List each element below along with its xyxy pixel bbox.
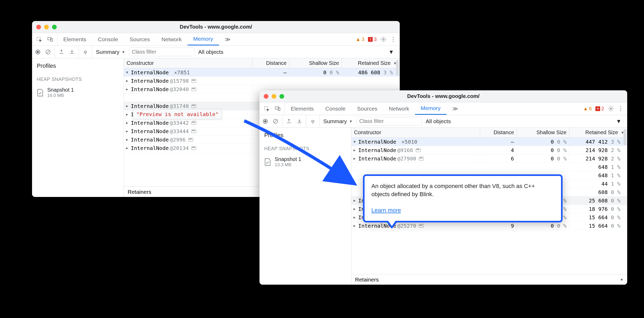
retainers-section[interactable]: Retainers▼ <box>351 274 627 285</box>
col-distance[interactable]: Distance <box>253 58 289 68</box>
import-icon[interactable] <box>69 49 75 55</box>
learn-more-link[interactable]: Learn more <box>371 207 401 213</box>
open-in-panel-icon[interactable] <box>416 148 420 152</box>
open-in-panel-icon[interactable] <box>191 79 196 83</box>
tab-elements[interactable]: Elements <box>58 33 92 45</box>
minimize-icon[interactable] <box>272 94 276 99</box>
status-icons: ▲ 3 ! 3 ⋮ <box>356 36 400 43</box>
grid-header: Constructor Distance Shallow Size Retain… <box>351 128 627 138</box>
open-in-panel-icon[interactable] <box>188 138 193 142</box>
col-shallow[interactable]: Shallow Size <box>289 58 342 68</box>
tab-console[interactable]: Console <box>320 102 351 115</box>
col-shallow[interactable]: Shallow Size <box>517 128 569 137</box>
kebab-icon[interactable]: ⋮ <box>390 36 396 43</box>
open-in-panel-icon[interactable] <box>419 157 424 160</box>
warning-count[interactable]: ▲ 6 <box>583 106 592 112</box>
gc-icon[interactable] <box>82 49 88 55</box>
col-retained[interactable]: Retained Size▼ <box>569 128 627 137</box>
svg-point-10 <box>610 108 612 110</box>
device-icon[interactable] <box>275 106 281 112</box>
more-tabs-icon[interactable]: ≫ <box>219 33 236 45</box>
titlebar[interactable]: DevTools - www.google.com/ <box>259 90 627 102</box>
col-retained[interactable]: Retained Size▼ <box>342 58 400 68</box>
snapshots-heading: HEAP SNAPSHOTS <box>259 141 351 154</box>
snapshot-size: 13.3 MB <box>275 162 301 168</box>
svg-point-5 <box>37 51 39 53</box>
inspect-icon[interactable] <box>36 37 42 42</box>
open-in-panel-icon[interactable] <box>191 87 196 91</box>
traffic-lights <box>36 25 57 29</box>
scrollbar[interactable] <box>623 129 627 283</box>
profiles-sidebar: Profiles HEAP SNAPSHOTS Snapshot 1 16.0 … <box>32 58 124 197</box>
record-icon[interactable] <box>263 119 268 124</box>
error-count[interactable]: × 2 <box>595 106 604 112</box>
snapshot-item[interactable]: Snapshot 1 16.0 MB <box>32 85 124 100</box>
clear-icon[interactable] <box>273 118 278 124</box>
export-icon[interactable] <box>286 118 292 124</box>
snapshot-name: Snapshot 1 <box>47 87 74 93</box>
col-constructor[interactable]: Constructor <box>124 58 253 68</box>
clear-icon[interactable] <box>45 49 51 55</box>
table-row[interactable]: 6481 % <box>351 163 627 171</box>
open-in-panel-icon[interactable] <box>419 224 424 228</box>
maximize-icon[interactable] <box>279 94 284 99</box>
tab-memory[interactable]: Memory <box>415 102 446 115</box>
class-filter-input[interactable] <box>129 48 195 56</box>
snapshots-heading: HEAP SNAPSHOTS <box>32 72 124 85</box>
svg-point-12 <box>264 120 266 122</box>
popover-text: An object allocated by a component other… <box>371 182 554 199</box>
tab-network[interactable]: Network <box>156 33 188 45</box>
export-icon[interactable] <box>59 49 64 55</box>
panel-tabs: Elements Console Sources Network Memory … <box>58 33 356 45</box>
snapshot-size: 16.0 MB <box>47 93 74 98</box>
import-icon[interactable] <box>297 118 302 124</box>
profiles-sidebar: Profiles HEAP SNAPSHOTS Snapshot 1 13.3 … <box>259 128 351 285</box>
gear-icon[interactable] <box>608 106 614 112</box>
table-row-parent[interactable]: ▼ InternalNode ×7851 – 00 % 486 6083 % <box>124 68 400 77</box>
object-scope-select[interactable]: All objects▼ <box>426 118 624 124</box>
open-in-panel-icon[interactable] <box>191 121 196 125</box>
class-filter-input[interactable] <box>356 117 422 126</box>
tab-network[interactable]: Network <box>383 102 415 115</box>
profiles-title: Profiles <box>259 128 351 141</box>
snapshot-item[interactable]: Snapshot 1 13.3 MB <box>259 154 351 170</box>
preview-tooltip: "Preview is not available" <box>133 109 222 119</box>
warning-count[interactable]: ▲ 3 <box>356 37 364 42</box>
error-count[interactable]: ! 3 <box>368 37 377 42</box>
window-title: DevTools - www.google.com/ <box>32 24 400 30</box>
svg-point-3 <box>383 39 384 40</box>
table-row[interactable]: ▶ InternalNode @9166 400 %214 9282 % <box>351 146 627 154</box>
view-select[interactable]: Summary▼ <box>96 49 125 55</box>
tab-console[interactable]: Console <box>92 33 124 45</box>
inspect-icon[interactable] <box>264 106 269 112</box>
device-icon[interactable] <box>47 37 53 42</box>
kebab-icon[interactable]: ⋮ <box>618 105 624 112</box>
table-row[interactable]: ▶ InternalNode @27900 600 %214 9282 % <box>351 154 627 163</box>
open-in-panel-icon[interactable] <box>191 146 196 150</box>
close-icon[interactable] <box>264 94 268 99</box>
window-title: DevTools - www.google.com/ <box>259 93 627 99</box>
gear-icon[interactable] <box>380 36 387 43</box>
open-in-panel-icon[interactable] <box>191 129 196 133</box>
snapshot-icon <box>264 158 271 166</box>
titlebar[interactable]: DevTools - www.google.com/ <box>32 21 400 33</box>
table-row-parent[interactable]: ▼ InternalNode ×5010 – 00 % 447 4123 % <box>351 138 627 146</box>
minimize-icon[interactable] <box>44 25 49 29</box>
tab-memory[interactable]: Memory <box>188 33 219 45</box>
tab-elements[interactable]: Elements <box>285 102 320 115</box>
tab-sources[interactable]: Sources <box>351 102 383 115</box>
maximize-icon[interactable] <box>52 25 57 29</box>
grid-header: Constructor Distance Shallow Size Retain… <box>124 58 400 68</box>
record-icon[interactable] <box>35 49 40 55</box>
tab-sources[interactable]: Sources <box>124 33 156 45</box>
object-scope-select[interactable]: All objects▼ <box>198 49 397 55</box>
close-icon[interactable] <box>36 25 41 29</box>
col-constructor[interactable]: Constructor <box>351 128 480 137</box>
view-select[interactable]: Summary▼ <box>323 118 353 124</box>
table-row[interactable]: ▶ InternalNode @15798 <box>124 77 400 85</box>
snapshot-icon <box>37 89 44 97</box>
gc-icon[interactable] <box>310 118 316 124</box>
open-in-panel-icon[interactable] <box>191 104 196 108</box>
more-tabs-icon[interactable]: ≫ <box>446 102 464 115</box>
col-distance[interactable]: Distance <box>480 128 517 137</box>
